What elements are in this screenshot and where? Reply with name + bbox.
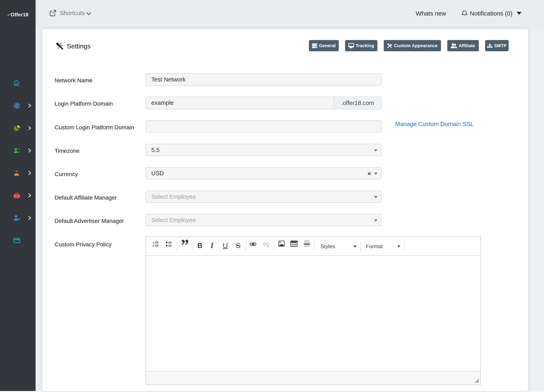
svg-text:2: 2 [153,244,154,247]
svg-text:1: 1 [153,241,154,244]
